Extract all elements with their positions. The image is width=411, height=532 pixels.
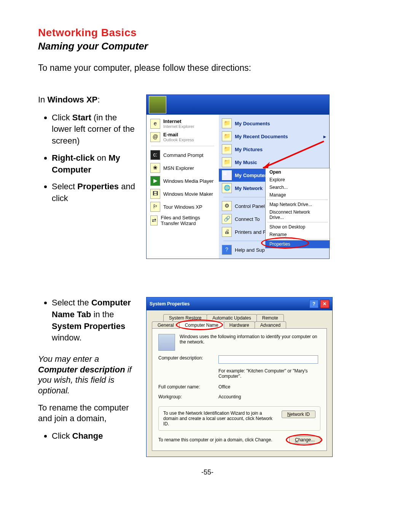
instruction-list-c: Click Change [38, 430, 137, 442]
ctx-show-desktop[interactable]: Show on Desktop [266, 223, 330, 231]
network-id-button[interactable]: Network ID [282, 411, 315, 418]
ctx-disconnect-drive[interactable]: Disconnect Network Drive... [266, 208, 330, 221]
tab-system-restore[interactable]: System Restore [163, 314, 207, 321]
my-documents-item[interactable]: 📁My Documents [219, 117, 329, 130]
ctx-explore[interactable]: Explore [266, 176, 330, 184]
bullet-right-click-my-computer: Right-click on My Computer [52, 152, 137, 176]
ctx-search[interactable]: Search... [266, 184, 330, 191]
tab-advanced[interactable]: Advanced [255, 321, 286, 329]
msn-item[interactable]: ❀MSN Explorer [147, 161, 219, 174]
computer-icon: 🖥 [222, 170, 232, 180]
network-icon: 🌐 [222, 183, 232, 193]
optional-description-note: You may enter a Computer description if … [38, 354, 137, 396]
internet-item[interactable]: eInternetInternet Explorer [147, 117, 219, 130]
tab-remote[interactable]: Remote [256, 314, 284, 321]
wmp-icon: ▶ [150, 176, 160, 186]
ctx-properties[interactable]: Properties [266, 240, 330, 248]
ie-icon: e [150, 119, 160, 129]
folder-icon: 📁 [222, 131, 232, 141]
email-item[interactable]: @E-mailOutlook Express [147, 130, 219, 144]
printer-icon: 🖨 [222, 227, 232, 237]
subheading: Naming your Computer [38, 40, 377, 52]
start-menu-header [147, 95, 329, 115]
wmp-item[interactable]: ▶Windows Media Player [147, 174, 219, 187]
tab-automatic-updates[interactable]: Automatic Updates [207, 314, 256, 321]
rename-text: To rename this computer or join a domain… [158, 437, 272, 443]
transfer-icon: ⇄ [150, 216, 158, 225]
titlebar-help-button[interactable]: ? [309, 300, 319, 308]
change-button[interactable]: Change... [289, 436, 320, 444]
tab-computer-name[interactable]: Computer Name [179, 321, 224, 329]
description-label: Computer description: [158, 355, 214, 361]
instruction-list-a: Click Start (in the lower left corner of… [38, 112, 137, 205]
titlebar-close-button[interactable]: ✕ [320, 300, 329, 308]
folder-icon: 📁 [222, 118, 232, 128]
red-circle-annotation [286, 434, 322, 446]
wizard-text: To use the Network Identification Wizard… [163, 411, 277, 427]
description-example: For example: "Kitchen Computer" or "Mary… [218, 368, 320, 379]
bullet-click-change: Click Change [52, 430, 137, 442]
email-icon: @ [150, 132, 160, 142]
titlebar: System Properties ? ✕ [147, 297, 332, 310]
computer-icon [158, 334, 175, 351]
start-menu-left-column: eInternetInternet Explorer @E-mailOutloo… [147, 115, 219, 259]
msn-icon: ❀ [150, 163, 160, 173]
start-menu-screenshot: eInternetInternet Explorer @E-mailOutloo… [146, 94, 330, 259]
tour-item[interactable]: 🏳Tour Windows XP [147, 200, 219, 213]
workgroup-value: Accounting [218, 394, 241, 399]
help-icon: ? [222, 245, 232, 255]
full-name-label: Full computer name: [158, 384, 214, 390]
ctx-rename[interactable]: Rename [266, 231, 330, 238]
tour-icon: 🏳 [150, 202, 160, 212]
start-menu-right-column: 📁My Documents 📁My Recent Documents▸ 📁My … [219, 115, 329, 259]
panel-blurb: Windows uses the following information t… [180, 334, 320, 345]
bullet-select-properties: Select Properties and click [52, 181, 137, 204]
cmd-item[interactable]: c:Command Prompt [147, 149, 219, 161]
my-music-item[interactable]: 📁My Music [219, 156, 329, 169]
system-properties-screenshot: System Properties ? ✕ System Restore Aut… [146, 297, 333, 457]
instruction-list-b: Select the Computer Name Tab in the Syst… [38, 297, 137, 344]
wmm-item[interactable]: 🎞Windows Movie Maker [147, 187, 219, 200]
lead-text: In Windows XP: [38, 94, 137, 105]
folder-icon: 📁 [222, 144, 232, 154]
bullet-computer-name-tab: Select the Computer Name Tab in the Syst… [52, 297, 137, 344]
cmd-icon: c: [150, 150, 160, 160]
context-menu: Open Explore Search... Manage Map Networ… [265, 168, 330, 248]
full-name-value: Office [218, 384, 230, 390]
fastwizard-item[interactable]: ⇄Files and Settings Transfer Wizard [147, 213, 219, 228]
rename-lead: To rename the computer and join a domain… [38, 403, 137, 423]
ctx-open[interactable]: Open [266, 168, 330, 176]
page-number: -55- [38, 468, 377, 476]
wmm-icon: 🎞 [150, 189, 160, 199]
workgroup-label: Workgroup: [158, 394, 214, 399]
tab-hardware[interactable]: Hardware [224, 321, 255, 329]
user-avatar-icon [149, 96, 166, 113]
bullet-click-start: Click Start (in the lower left corner of… [52, 112, 137, 147]
window-title: System Properties [150, 301, 190, 307]
recent-docs-item[interactable]: 📁My Recent Documents▸ [219, 130, 329, 143]
ctx-manage[interactable]: Manage [266, 191, 330, 199]
folder-icon: 📁 [222, 157, 232, 167]
my-pictures-item[interactable]: 📁My Pictures [219, 143, 329, 156]
cpanel-icon: ⚙ [222, 201, 232, 211]
tab-general[interactable]: General [152, 321, 180, 329]
intro-text: To name your computer, please follow the… [38, 63, 377, 73]
description-input[interactable] [218, 355, 318, 364]
connect-icon: 🔗 [222, 214, 232, 224]
section-heading: Networking Basics [38, 27, 377, 39]
ctx-map-drive[interactable]: Map Network Drive... [266, 201, 330, 208]
